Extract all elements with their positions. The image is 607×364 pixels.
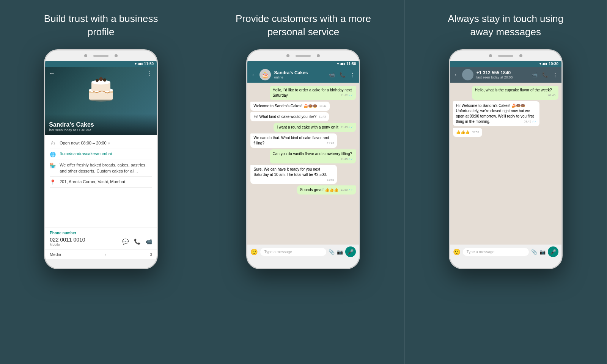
message-action-icon[interactable]: 💬 <box>122 238 129 245</box>
message-bubble: Hi! What kind of cake would you like?11:… <box>250 112 329 121</box>
phone-number-type: Mobile <box>50 243 85 246</box>
emoji-button-3[interactable]: 🙂 <box>453 248 461 256</box>
profile-hours: Open now: 08:00 – 20:00 ∨ <box>60 140 110 146</box>
chat-3-avatar <box>462 69 473 80</box>
profile-lastseen: last seen today at 11:48 AM <box>49 128 153 132</box>
message-bubble: Hello, I'd like to order a cake for a bi… <box>270 86 356 100</box>
profile-address-row: 📍 201, Areniia Corner, Vashi, Mumbai <box>50 177 152 188</box>
call-action-icon[interactable]: 📞 <box>134 238 140 245</box>
media-label: Media <box>50 252 61 257</box>
message-tick-icon: ✓✓ <box>348 94 353 97</box>
message-time: 11:42 ✓✓ <box>341 94 353 98</box>
phone-1: ▼◀▮▮ 11:50 <box>44 49 158 269</box>
message-time: 11:45 ✓✓ <box>341 157 353 162</box>
media-count: 3 <box>150 252 152 257</box>
back-arrow-icon[interactable]: ← <box>49 70 55 77</box>
message-text: Welcome to Sandra's Cakes! 🍰🍩🍩 <box>253 104 317 108</box>
message-time: 11:43 <box>319 115 326 119</box>
message-time: 11:43 <box>327 141 334 146</box>
phone-actions: 💬 📞 📹 <box>122 238 152 245</box>
message-text: Hi! Welcome to Sandra's Cakes! 🍰🍩🍩 Unfor… <box>456 104 535 124</box>
voice-call-icon-3[interactable]: 📞 <box>542 72 548 78</box>
chat-3-input[interactable]: Type a message <box>463 248 529 256</box>
video-call-icon[interactable]: 📹 <box>329 72 335 78</box>
message-bubble: Can you do vanilla flavor and strawberry… <box>270 149 356 163</box>
video-call-icon-3[interactable]: 📹 <box>532 72 538 78</box>
chat-3-contact-info: +1 312 555 1840 last seen today at 20:05 <box>476 70 528 79</box>
phone-3-status-icons: ▼◀▮▮ <box>539 62 547 66</box>
emoji-button-2[interactable]: 🙂 <box>250 248 258 256</box>
phone-1-speaker <box>93 55 109 57</box>
clock-icon: ⏱ <box>50 141 56 146</box>
phone-1-screen: ▼◀▮▮ 11:50 <box>45 61 157 259</box>
message-time: 11:50 ✓✓ <box>341 188 353 192</box>
chat-2-header-actions: 📹 📞 ⋮ <box>329 72 355 78</box>
attach-icon-3[interactable]: 📎 <box>531 249 537 255</box>
message-time: 11:43 ✓✓ <box>341 126 353 130</box>
message-bubble: We can do that. What kind of cake flavor… <box>250 133 337 148</box>
chat-2-input[interactable]: Type a message <box>260 248 326 256</box>
more-options-icon[interactable]: ⋮ <box>350 72 355 78</box>
globe-icon: 🌐 <box>50 152 56 157</box>
message-text: Sure. We can have it ready for you next … <box>253 167 327 177</box>
phone-3: ▼◀▮▮ 10:30 ← +1 312 555 1840 last seen t… <box>449 49 563 269</box>
phone-number-info: 022 0011 0010 Mobile <box>50 237 85 246</box>
profile-website[interactable]: fb.me/sandrascakesmumbai <box>60 151 112 156</box>
message-text: Hello, what is the cupcake flavor of the… <box>475 88 552 92</box>
phone-1-camera-2 <box>115 54 118 57</box>
message-text: 👍👍👍 <box>456 130 470 134</box>
message-text: Sounds great! 👍👍👍 <box>300 188 338 192</box>
profile-name-overlay: Sandra's Cakes last seen today at 11:48 … <box>45 114 157 135</box>
phone-3-bottom-bar <box>450 259 561 268</box>
mic-button-3[interactable]: 🎤 <box>548 246 558 257</box>
phone-3-camera-2 <box>519 54 522 57</box>
phone-2-status-bar: ▼◀▮▮ 11:50 <box>247 61 359 67</box>
profile-website-row: 🌐 fb.me/sandrascakesmumbai <box>50 149 152 160</box>
profile-hours-row: ⏱ Open now: 08:00 – 20:00 ∨ <box>50 138 152 149</box>
message-tick-icon: ✓✓ <box>348 188 353 191</box>
phone-number-value: 022 0011 0010 <box>50 237 85 243</box>
info-icon: 🏪 <box>50 163 56 168</box>
chat-2-contact-status: online <box>274 75 326 79</box>
camera-icon-3[interactable]: 📷 <box>539 249 546 255</box>
menu-dots-icon[interactable]: ⋮ <box>147 70 153 77</box>
phone-2: ▼◀▮▮ 11:50 ← 🎂 Sandra's Cakes online 📹 📞… <box>246 49 360 269</box>
profile-name: Sandra's Cakes <box>49 121 153 128</box>
profile-header: ← ⋮ Sandra's Cakes last seen today at 11… <box>45 67 157 135</box>
phone-2-speaker <box>296 55 311 57</box>
phone-2-top-bar <box>247 50 359 61</box>
media-row: Media › 3 <box>45 249 157 259</box>
message-time: 09:45 <box>548 94 555 98</box>
phone-number-row: 022 0011 0010 Mobile 💬 📞 📹 <box>50 237 152 246</box>
panel-personal-service: Provide customers with a more personal s… <box>202 0 404 364</box>
message-bubble: 👍👍👍09:50 <box>453 128 482 137</box>
camera-icon-2[interactable]: 📷 <box>337 249 343 255</box>
message-tick-icon: ✓✓ <box>348 158 353 160</box>
more-options-icon-3[interactable]: ⋮ <box>553 72 558 78</box>
message-text: We can do that. What kind of cake flavor… <box>253 136 330 145</box>
panel-away-messages: Always stay in touch using away messages… <box>405 0 607 364</box>
svg-point-6 <box>96 79 99 82</box>
voice-call-icon[interactable]: 📞 <box>340 72 346 78</box>
chat-2-back-icon[interactable]: ← <box>251 72 256 78</box>
profile-header-nav: ← ⋮ <box>45 68 157 78</box>
phone-2-camera-2 <box>317 54 320 57</box>
panel-2-title: Provide customers with a more personal s… <box>235 12 371 39</box>
chat-3-header: ← +1 312 555 1840 last seen today at 20:… <box>450 67 561 83</box>
chat-2-avatar-emoji: 🎂 <box>261 71 269 78</box>
message-text: Hi! What kind of cake would you like? <box>253 115 316 119</box>
phone-1-status-icons: ▼◀▮▮ <box>134 62 143 66</box>
mic-button-2[interactable]: 🎤 <box>345 246 356 257</box>
chat-2-header: ← 🎂 Sandra's Cakes online 📹 📞 ⋮ <box>247 67 359 83</box>
chat-3-back-icon[interactable]: ← <box>454 72 459 78</box>
video-action-icon[interactable]: 📹 <box>146 238 152 245</box>
attach-icon-2[interactable]: 📎 <box>329 249 335 255</box>
chat-3-header-actions: 📹 📞 ⋮ <box>532 72 558 78</box>
chat-2-input-bar: 🙂 Type a message 📎 📷 🎤 <box>247 245 359 259</box>
message-bubble: Sounds great! 👍👍👍11:50 ✓✓ <box>297 185 356 195</box>
message-bubble: Hi! Welcome to Sandra's Cakes! 🍰🍩🍩 Unfor… <box>453 101 539 126</box>
message-tick-icon: ✓✓ <box>348 126 353 129</box>
message-time: 11:48 <box>327 178 334 182</box>
phone-2-screen: ▼◀▮▮ 11:50 ← 🎂 Sandra's Cakes online 📹 📞… <box>247 61 359 259</box>
message-text: Can you do vanilla flavor and strawberry… <box>273 152 352 156</box>
